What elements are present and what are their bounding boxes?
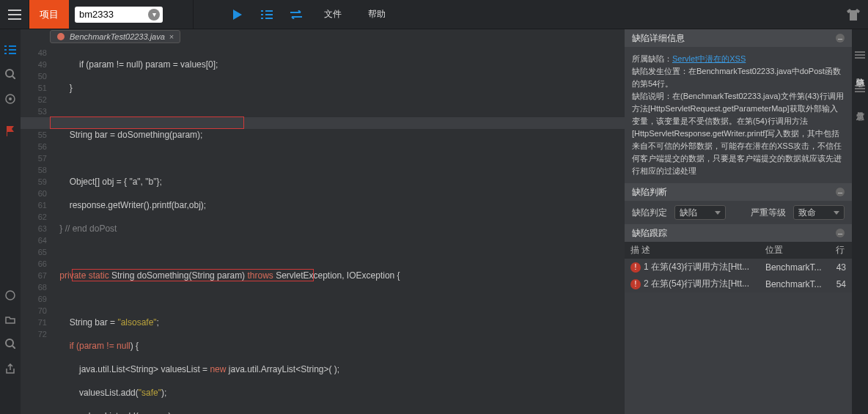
top-bar: 项目 ▾ 文件 帮助 [0,0,868,29]
clear-icon[interactable]: ▾ [148,9,160,21]
swap-icon[interactable] [282,0,311,29]
project-label: 项目 [29,0,69,29]
project-input-wrap: ▾ [69,0,194,29]
menu-file[interactable]: 文件 [311,0,355,29]
menu-help[interactable]: 帮助 [355,0,399,29]
run-icon[interactable] [223,0,252,29]
menu-icon[interactable] [0,0,29,29]
shirt-icon[interactable] [839,0,868,29]
list-icon[interactable] [252,0,282,29]
